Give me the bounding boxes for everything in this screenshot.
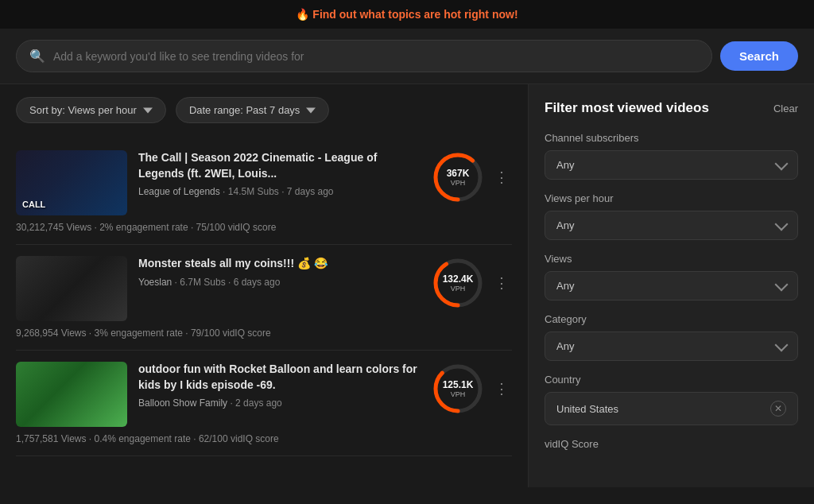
vph-wrap: 125.1K VPH ⋮ xyxy=(431,362,512,416)
banner-link[interactable]: Find out what topics are hot right now! xyxy=(312,8,517,21)
video-item: CALL The Call | Season 2022 Cinematic - … xyxy=(16,139,512,245)
filter-chevron-views-icon xyxy=(775,278,789,292)
filter-label-country: Country xyxy=(545,374,798,386)
vph-text: VPH xyxy=(447,179,470,187)
video-title[interactable]: The Call | Season 2022 Cinematic - Leagu… xyxy=(138,150,420,181)
video-stats: 30,212,745 Views · 2% engagement rate · … xyxy=(16,222,512,233)
filter-panel-title: Filter most viewed videos xyxy=(545,100,709,116)
date-label: Date range: Past 7 days xyxy=(189,104,300,116)
search-icon: 🔍 xyxy=(29,48,45,64)
filter-value-category: Any xyxy=(556,340,574,352)
filter-section-country: Country United States ✕ xyxy=(545,374,798,425)
top-banner: 🔥 Find out what topics are hot right now… xyxy=(0,0,814,29)
filter-panel: Filter most viewed videos Clear Channel … xyxy=(528,84,814,487)
search-bar: 🔍 xyxy=(16,40,712,72)
video-info: outdoor fun with Rocket Balloon and lear… xyxy=(138,362,420,409)
video-meta: Balloon Show Family · 2 days ago xyxy=(138,397,420,409)
date-dropdown[interactable]: Date range: Past 7 days xyxy=(176,97,329,123)
filter-value-views: Any xyxy=(556,280,574,292)
filter-label-category: Category xyxy=(545,313,798,325)
date-chevron-icon xyxy=(306,106,316,115)
sort-chevron-icon xyxy=(143,106,153,115)
video-thumbnail[interactable] xyxy=(16,256,127,321)
filter-select-vph[interactable]: Any xyxy=(545,211,798,240)
filter-select-country[interactable]: United States ✕ xyxy=(545,392,798,425)
vph-wrap: 367K VPH ⋮ xyxy=(431,150,512,204)
video-meta: Yoeslan · 6.7M Subs · 6 days ago xyxy=(138,277,420,288)
vph-wrap: 132.4K VPH ⋮ xyxy=(431,256,512,310)
video-stats: 9,268,954 Views · 3% engagement rate · 7… xyxy=(16,328,512,339)
search-bar-container: 🔍 Search xyxy=(0,29,814,84)
vph-label: 132.4K VPH xyxy=(443,273,474,293)
filter-clear-country[interactable]: ✕ xyxy=(770,401,786,417)
filter-label-vph: Views per hour xyxy=(545,192,798,204)
filter-chevron-subscribers-icon xyxy=(775,157,789,171)
video-info: The Call | Season 2022 Cinematic - Leagu… xyxy=(138,150,420,197)
filter-section-vph: Views per hour Any xyxy=(545,192,798,240)
filter-chevron-category-icon xyxy=(775,339,789,352)
vph-label: 125.1K VPH xyxy=(443,379,474,398)
sort-dropdown[interactable]: Sort by: Views per hour xyxy=(16,97,166,123)
channel-details: · 2 days ago xyxy=(230,397,281,409)
filter-section-views: Views Any xyxy=(545,253,798,300)
filter-chevron-vph-icon xyxy=(775,218,789,231)
vph-label: 367K VPH xyxy=(447,168,470,187)
main-layout: Sort by: Views per hour Date range: Past… xyxy=(0,84,814,487)
clear-filters-button[interactable]: Clear xyxy=(773,103,798,114)
channel-name: Balloon Show Family xyxy=(138,397,227,409)
filter-label-views: Views xyxy=(545,253,798,265)
search-button[interactable]: Search xyxy=(720,41,798,71)
filter-header: Filter most viewed videos Clear xyxy=(545,100,798,116)
channel-name: Yoeslan xyxy=(138,277,172,288)
video-thumbnail[interactable] xyxy=(16,362,127,427)
sort-label: Sort by: Views per hour xyxy=(29,104,137,116)
filter-section-subscribers: Channel subscribers Any xyxy=(545,132,798,180)
vph-circle: 367K VPH xyxy=(431,150,485,204)
filter-label-subscribers: Channel subscribers xyxy=(545,132,798,144)
video-info: Monster steals all my coins!!! 💰 😂 Yoesl… xyxy=(138,256,420,288)
channel-name: League of Legends xyxy=(138,186,220,197)
vph-text: VPH xyxy=(443,285,474,293)
vph-number: 132.4K xyxy=(443,273,474,285)
vph-circle: 125.1K VPH xyxy=(431,362,485,416)
filter-value-country: United States xyxy=(556,403,618,415)
filter-label-vidiq: vidIQ Score xyxy=(545,438,798,450)
filter-section-category: Category Any xyxy=(545,313,798,361)
filter-select-subscribers[interactable]: Any xyxy=(545,150,798,180)
filter-sections: Channel subscribers Any Views per hour A… xyxy=(545,132,798,450)
filter-row: Sort by: Views per hour Date range: Past… xyxy=(16,97,512,123)
filter-select-category[interactable]: Any xyxy=(545,331,798,361)
video-title[interactable]: Monster steals all my coins!!! 💰 😂 xyxy=(138,256,420,272)
vph-circle: 132.4K VPH xyxy=(431,256,485,310)
filter-value-subscribers: Any xyxy=(556,159,574,171)
vph-number: 125.1K xyxy=(443,379,474,390)
search-input[interactable] xyxy=(53,50,699,63)
vph-number: 367K xyxy=(447,168,470,179)
video-list: CALL The Call | Season 2022 Cinematic - … xyxy=(16,139,512,456)
filter-section-vidiq: vidIQ Score xyxy=(545,438,798,450)
video-meta: League of Legends · 14.5M Subs · 7 days … xyxy=(138,186,420,197)
channel-details: · 14.5M Subs · 7 days ago xyxy=(223,186,333,197)
banner-emoji: 🔥 xyxy=(296,8,309,21)
video-thumbnail[interactable]: CALL xyxy=(16,150,127,215)
filter-select-views[interactable]: Any xyxy=(545,271,798,300)
filter-value-vph: Any xyxy=(556,219,574,231)
left-panel: Sort by: Views per hour Date range: Past… xyxy=(0,84,528,487)
video-title[interactable]: outdoor fun with Rocket Balloon and lear… xyxy=(138,362,420,393)
channel-details: · 6.7M Subs · 6 days ago xyxy=(175,277,281,288)
video-stats: 1,757,581 Views · 0.4% engagement rate ·… xyxy=(16,433,512,444)
video-item: outdoor fun with Rocket Balloon and lear… xyxy=(16,351,512,456)
video-item: Monster steals all my coins!!! 💰 😂 Yoesl… xyxy=(16,245,512,351)
vph-text: VPH xyxy=(443,390,474,398)
